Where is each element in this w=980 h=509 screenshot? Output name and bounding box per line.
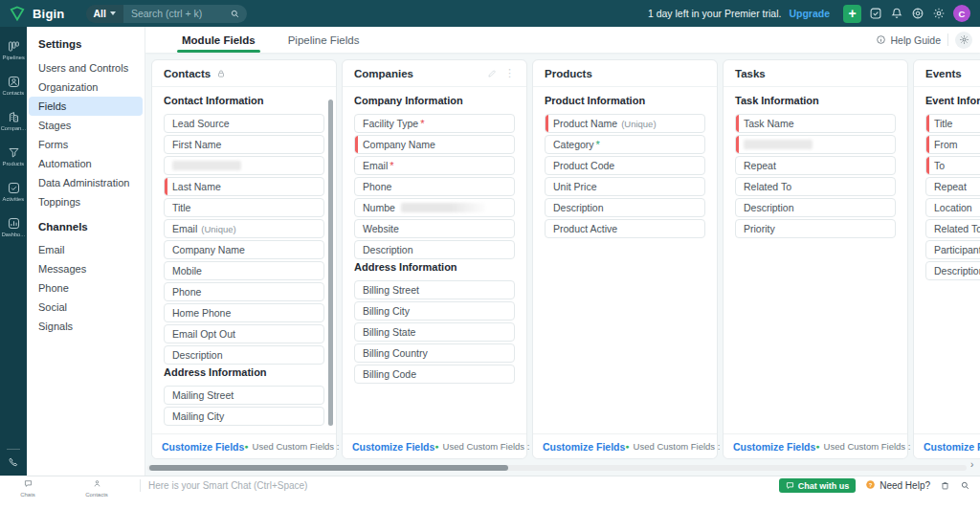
settings-nav-item-users-and-controls[interactable]: Users and Controls: [29, 58, 143, 77]
field-card[interactable]: Email*: [354, 156, 515, 175]
sidebar-item-products[interactable]: Products: [0, 139, 27, 174]
sidebar-item-activities[interactable]: Activities: [0, 174, 27, 210]
field-card[interactable]: Phone: [164, 282, 324, 301]
tab-module-fields[interactable]: Module Fields: [182, 34, 256, 53]
page-settings-button[interactable]: [955, 32, 972, 49]
field-card[interactable]: Email Opt Out: [164, 324, 324, 343]
field-card[interactable]: Repeat: [925, 177, 980, 196]
customize-fields-link[interactable]: Customize Fields: [352, 441, 434, 453]
edit-icon[interactable]: [487, 69, 497, 78]
field-card[interactable]: Email(Unique): [164, 219, 324, 238]
settings-nav-item-toppings[interactable]: Toppings: [29, 192, 143, 211]
tab-pipeline-fields[interactable]: Pipeline Fields: [288, 34, 360, 53]
field-card[interactable]: Description: [354, 240, 515, 259]
customize-fields-link[interactable]: Customize Fields: [924, 441, 980, 453]
field-card[interactable]: Participants: [925, 240, 980, 259]
field-card[interactable]: Mobile: [164, 261, 324, 280]
archive-bin-icon[interactable]: [940, 480, 950, 491]
smart-tasks-icon[interactable]: [869, 7, 882, 20]
field-card[interactable]: Billing State: [354, 322, 515, 342]
field-card[interactable]: Related To: [735, 177, 896, 196]
field-card[interactable]: Numbe: [354, 198, 515, 217]
field-card[interactable]: Product Active: [545, 219, 705, 238]
search-scope-dropdown[interactable]: All: [86, 5, 123, 23]
field-card[interactable]: Website: [354, 219, 515, 238]
field-card[interactable]: Repeat: [735, 156, 896, 175]
field-card[interactable]: Unit Price: [545, 177, 705, 196]
field-card[interactable]: Mailing City: [164, 407, 324, 426]
bottombar-search-icon[interactable]: [960, 480, 970, 491]
settings-nav-item-stages[interactable]: Stages: [29, 116, 143, 135]
field-card[interactable]: Title: [925, 114, 980, 133]
field-card[interactable]: Location: [925, 198, 980, 217]
settings-nav-item-organization[interactable]: Organization: [29, 77, 143, 97]
sidebar-item-compan[interactable]: Compan...: [0, 103, 27, 139]
field-card[interactable]: Lead Source: [164, 114, 324, 133]
field-card[interactable]: Billing Country: [354, 343, 515, 363]
field-card[interactable]: Company Name: [354, 135, 515, 154]
field-card[interactable]: Product Code: [545, 156, 705, 175]
customize-fields-link[interactable]: Customize Fields: [162, 441, 244, 453]
field-card[interactable]: From: [925, 135, 980, 154]
upgrade-link[interactable]: Upgrade: [789, 8, 830, 19]
field-card[interactable]: Billing Street: [354, 280, 515, 299]
help-center-icon[interactable]: [911, 7, 924, 20]
search-input[interactable]: Search (ctrl + k): [123, 8, 230, 19]
field-card[interactable]: Description: [545, 198, 705, 217]
phone-call-icon[interactable]: [8, 456, 19, 468]
channels-nav-item-social[interactable]: Social: [29, 298, 143, 317]
channels-nav-item-phone[interactable]: Phone: [29, 278, 143, 298]
field-card[interactable]: Facility Type*: [354, 114, 515, 133]
field-card[interactable]: Related To: [925, 219, 980, 238]
field-card[interactable]: Last Name: [164, 177, 324, 196]
customize-fields-link[interactable]: Customize Fields: [543, 441, 625, 453]
horizontal-scrollbar-thumb[interactable]: [149, 465, 508, 471]
field-card[interactable]: Title: [164, 198, 324, 217]
notifications-bell-icon[interactable]: [890, 7, 903, 20]
field-card[interactable]: Product Name(Unique): [545, 114, 705, 133]
user-avatar[interactable]: C: [953, 5, 970, 22]
smart-chat-input[interactable]: Here is your Smart Chat (Ctrl+Space): [148, 480, 307, 491]
settings-nav-item-forms[interactable]: Forms: [29, 135, 143, 154]
field-card[interactable]: Billing City: [354, 301, 515, 321]
field-card[interactable]: Category*: [545, 135, 705, 154]
field-card[interactable]: Company Name: [164, 240, 324, 259]
settings-gear-icon[interactable]: [932, 7, 946, 20]
field-label: Title: [172, 202, 190, 213]
help-guide-button[interactable]: Help Guide: [876, 34, 941, 46]
chat-with-us-button[interactable]: Chat with us: [779, 478, 857, 493]
add-record-button[interactable]: +: [843, 5, 861, 23]
sidebar-item-pipelines[interactable]: Pipelines: [0, 33, 27, 68]
field-card[interactable]: Mailing Street: [164, 386, 324, 405]
sidebar-item-contacts[interactable]: Contacts: [0, 68, 27, 103]
need-help-button[interactable]: ? Need Help?: [865, 479, 930, 492]
field-label: Location: [934, 202, 972, 213]
field-card[interactable]: [735, 135, 896, 154]
field-card[interactable]: Billing Code: [354, 365, 515, 384]
field-card[interactable]: Description: [735, 198, 896, 217]
channels-nav-item-messages[interactable]: Messages: [29, 259, 143, 278]
more-options-icon[interactable]: ⋮: [504, 68, 515, 78]
field-card[interactable]: Description: [925, 261, 980, 280]
channels-nav-item-email[interactable]: Email: [29, 240, 143, 259]
settings-nav-item-automation[interactable]: Automation: [29, 154, 143, 173]
scroll-right-icon[interactable]: [970, 460, 973, 470]
horizontal-scrollbar[interactable]: [147, 465, 967, 471]
field-card[interactable]: First Name: [164, 135, 324, 154]
bottombar-chats-button[interactable]: Chats: [8, 475, 48, 498]
channels-nav-item-signals[interactable]: Signals: [29, 317, 143, 336]
settings-nav-item-fields[interactable]: Fields: [29, 97, 143, 116]
field-card[interactable]: To: [925, 156, 980, 175]
field-card[interactable]: Priority: [735, 219, 896, 238]
field-card[interactable]: [164, 156, 324, 175]
field-card[interactable]: Task Name: [735, 114, 896, 133]
field-card[interactable]: Home Phone: [164, 303, 324, 322]
sidebar-item-dashbo[interactable]: Dashbo...: [0, 210, 27, 245]
scrollbar-thumb[interactable]: [328, 100, 333, 426]
field-card[interactable]: Phone: [354, 177, 515, 196]
settings-nav-item-data-administration[interactable]: Data Administration: [29, 173, 143, 192]
field-card[interactable]: Description: [164, 345, 324, 365]
bottombar-contacts-button[interactable]: Contacts: [77, 475, 117, 498]
customize-fields-link[interactable]: Customize Fields: [733, 441, 815, 453]
vertical-scrollbar[interactable]: [328, 92, 334, 430]
